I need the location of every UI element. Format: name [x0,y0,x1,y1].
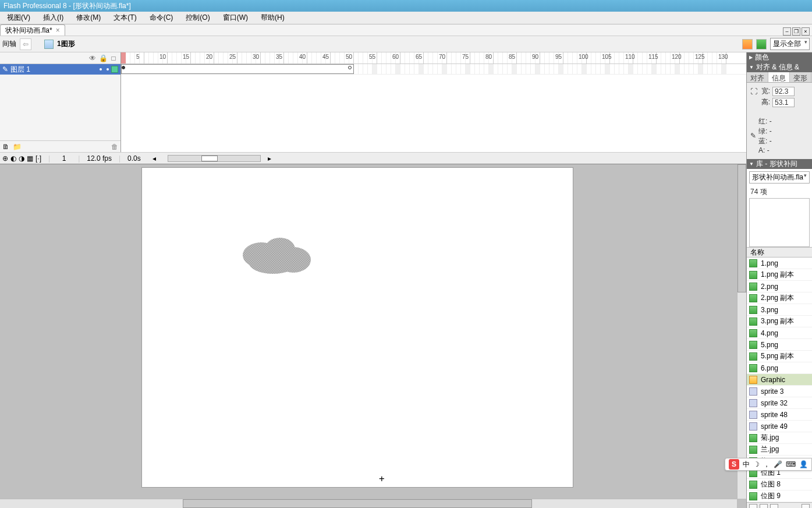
library-item[interactable]: 3.png [747,304,812,316]
library-item[interactable]: sprite 48 [747,409,812,421]
edit-symbol-icon[interactable] [756,39,767,50]
scroll-right-icon[interactable]: ▸ [268,154,271,163]
library-doc-select[interactable]: 形状补间动画.fla [749,171,810,184]
library-item[interactable]: sprite 3 [747,386,812,397]
scene-name[interactable]: 1图形 [57,39,75,49]
library-item[interactable]: 菊.jpg [747,432,812,444]
library-item[interactable]: sprite 49 [747,421,812,432]
close-icon[interactable]: × [56,26,60,34]
playhead[interactable] [121,52,126,63]
outline-column-icon[interactable]: □ [110,55,117,62]
menu-help[interactable]: 帮助(H) [258,12,287,24]
visibility-column-icon[interactable]: 👁 [89,55,96,62]
library-item-name: 6.png [761,364,778,372]
menu-command[interactable]: 命令(C) [147,12,176,24]
width-value[interactable]: 92.3 [772,87,795,96]
edit-multiple-icon[interactable]: ▦ [27,154,33,163]
stage-canvas[interactable] [142,168,573,487]
bitmap-icon [749,329,757,337]
library-columns[interactable]: 名称 [747,247,812,257]
layer-outline-color[interactable] [111,66,118,73]
lock-column-icon[interactable]: 🔒 [100,55,107,62]
keyboard-icon[interactable]: ⌨ [786,460,796,468]
mic-icon[interactable]: 🎤 [774,460,782,468]
onion-outline-icon[interactable]: ◑ [19,154,24,163]
edit-bar: 间轴 ⇦ 1图形 显示全部 [0,36,812,52]
library-item-name: 2.png 副本 [761,293,794,303]
doc-restore-button[interactable]: ❐ [792,27,800,36]
library-item[interactable]: 5.png [747,339,812,351]
properties-icon[interactable] [770,504,778,509]
tab-transform[interactable]: 变形 [790,72,811,82]
stage-vscroll[interactable] [737,164,746,499]
scroll-left-icon[interactable]: ◂ [153,154,156,163]
library-item[interactable]: 1.png [747,257,812,269]
punct-icon[interactable]: ， [763,460,770,470]
cloud-shape[interactable] [238,232,314,277]
svg-point-6 [249,251,297,274]
new-folder-icon[interactable]: 📁 [13,143,22,151]
new-folder-icon[interactable] [760,504,768,509]
current-frame: 1 [57,154,71,163]
doc-tab-active[interactable]: 状补间动画.fla* × [0,24,65,36]
library-item[interactable]: 位图 8 [747,479,812,491]
back-button[interactable]: ⇦ [20,38,31,50]
library-item[interactable]: 1.png 副本 [747,269,812,281]
library-item[interactable]: Graphic [747,374,812,386]
edit-scene-icon[interactable] [742,39,753,50]
menu-insert[interactable]: 插入(I) [41,12,66,24]
height-value[interactable]: 53.1 [772,98,795,107]
frames-row-layer1[interactable] [121,64,746,75]
library-item[interactable]: 位图 9 [747,491,812,502]
onion-skin-icon[interactable]: ◐ [10,154,16,163]
onion-markers-icon[interactable]: [·] [36,154,41,163]
library-item[interactable]: 6.png [747,362,812,374]
tab-info[interactable]: 信息 [768,72,790,82]
stage-hscroll[interactable] [0,499,737,508]
keyframe-50[interactable] [348,66,352,69]
bitmap-icon [749,318,757,326]
layer-row[interactable]: ✎ 图层 1 [0,64,120,75]
tab-align[interactable]: 对齐 [747,72,768,82]
sogou-icon[interactable]: S [729,459,739,470]
align-panel-header[interactable]: ▼ 对齐 & 信息 & [747,62,812,72]
library-panel-header[interactable]: ▼ 库 - 形状补间 [747,159,812,169]
menu-view[interactable]: 视图(V) [5,12,33,24]
library-item[interactable]: 兰.jpg [747,444,812,456]
layer-name: 图层 1 [10,65,97,75]
user-icon[interactable]: 👤 [799,460,808,468]
movieclip-icon [749,387,757,396]
stage-viewport[interactable]: + [0,164,746,508]
library-item[interactable]: 2.png 副本 [747,292,812,304]
ime-lang[interactable]: 中 [743,460,750,470]
library-item-name: 1.png [761,259,778,267]
new-symbol-icon[interactable] [749,504,757,509]
keyframe-1[interactable] [122,66,125,69]
zoom-select[interactable]: 显示全部 [770,38,810,50]
library-item[interactable]: 2.png [747,281,812,292]
delete-icon[interactable] [802,504,810,509]
library-item[interactable]: sprite 32 [747,397,812,409]
library-item[interactable]: 4.png [747,327,812,339]
doc-minimize-button[interactable]: – [783,27,791,36]
bitmap-icon [749,434,757,442]
menu-control[interactable]: 控制(O) [183,12,212,24]
delete-layer-icon[interactable]: 🗑 [111,143,118,151]
menu-text[interactable]: 文本(T) [111,12,139,24]
color-panel-header[interactable]: ▶ 颜色 [747,52,812,62]
library-item[interactable]: 5.png 副本 [747,351,812,362]
timeline-status-bar: ⊕ ◐ ◑ ▦ [·] | 1 | 12.0 fps | 0.0s ◂ ▸ [0,152,746,164]
timeline-hscroll[interactable] [168,155,261,162]
ime-toolbar[interactable]: S 中 ☽ ， 🎤 ⌨ 👤 [725,458,812,471]
library-item-name: 5.png 副本 [761,351,794,361]
menu-window[interactable]: 窗口(W) [221,12,250,24]
frame-ruler[interactable]: 5101520253035404550556065707580859095100… [121,52,746,64]
menu-modify[interactable]: 修改(M) [74,12,103,24]
center-frame-icon[interactable]: ⊕ [2,154,8,163]
doc-close-button[interactable]: × [802,27,810,36]
document-tabs: 状补间动画.fla* × – ❐ × [0,24,812,36]
frames-area[interactable]: 5101520253035404550556065707580859095100… [121,52,746,152]
new-layer-icon[interactable]: 🗎 [2,143,9,151]
moon-icon[interactable]: ☽ [753,460,760,468]
library-item[interactable]: 3.png 副本 [747,316,812,327]
